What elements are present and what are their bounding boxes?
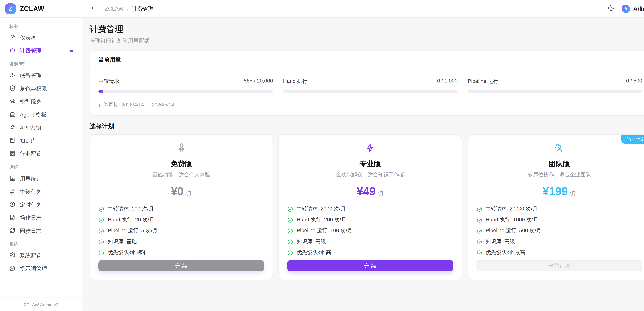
plan-card-free: 免费版 基础功能，适合个人体验 ¥0 /月 中转请求: 100 次/月 Hand…: [90, 134, 273, 280]
gauge-icon: [9, 34, 16, 42]
plan-name: 免费版: [98, 159, 264, 169]
check-circle-icon: [287, 239, 293, 245]
arrows-left-right-icon: [9, 188, 16, 196]
sidebar-item-roles[interactable]: 角色与权限: [5, 83, 77, 94]
sidebar-item-relay-tasks[interactable]: 中转任务: [5, 186, 77, 197]
check-circle-icon: [476, 228, 482, 234]
plan-description: 多席位协作，适合企业团队: [476, 171, 642, 178]
plan-price: ¥49 /月: [287, 185, 453, 198]
user-menu[interactable]: A Admin: [622, 5, 644, 13]
sidebar-item-sync-logs[interactable]: 同步日志: [5, 225, 77, 236]
breadcrumb-root[interactable]: ZCLAW: [105, 6, 124, 12]
sidebar-item-label: Agent 模板: [20, 111, 46, 119]
metric-value: 568 / 20,000: [244, 78, 273, 85]
feature-item: 知识库: 基础: [98, 238, 264, 245]
sidebar-item-prompt-management[interactable]: 提示词管理: [5, 263, 77, 274]
price-amount: ¥49: [357, 185, 376, 198]
sidebar-item-label: 模型服务: [20, 98, 42, 106]
check-circle-icon: [98, 206, 104, 212]
page-content: 计费管理 管理订阅计划和用量配额 当前用量 中转请求 568 / 20,000: [82, 18, 644, 311]
feature-item: Hand 执行: 20 次/月: [98, 216, 264, 223]
rocket-icon: [98, 142, 264, 154]
plan-features: 中转请求: 100 次/月 Hand 执行: 20 次/月 Pipeline 运…: [98, 205, 264, 260]
brand: Z ZCLAW: [0, 0, 82, 18]
check-circle-icon: [98, 228, 104, 234]
sidebar-item-operation-logs[interactable]: 操作日志: [5, 212, 77, 223]
plan-card-team: 当前计划 团队版 多席位协作，适合企业团队 ¥199 /月 中转请求: 2000…: [468, 134, 644, 280]
bot-icon: [9, 111, 16, 119]
sidebar-item-agent-templates[interactable]: Agent 模板: [5, 109, 77, 120]
sidebar-nav: 核心 仪表盘 计费管理 资源管理 账号管理 角色与权限 模型服务: [0, 18, 82, 297]
user-name: Admin: [634, 6, 644, 12]
store-icon: [9, 150, 16, 158]
sidebar-item-api-keys[interactable]: API 密钥: [5, 122, 77, 133]
dark-mode-toggle[interactable]: [606, 4, 616, 13]
sidebar-item-label: 用量统计: [20, 175, 42, 183]
clock-icon: [9, 201, 16, 209]
sidebar-item-label: 知识库: [20, 137, 36, 145]
page-subtitle: 管理订阅计划和用量配额: [90, 37, 644, 45]
sidebar-item-industry-config[interactable]: 行业配置: [5, 149, 77, 160]
feature-item: Hand 执行: 200 次/月: [287, 216, 453, 223]
team-users-icon: [476, 142, 642, 154]
sidebar-collapse-button[interactable]: [90, 4, 99, 13]
sidebar-item-label: 行业配置: [20, 150, 42, 158]
sidebar-item-scheduled-tasks[interactable]: 定时任务: [5, 199, 77, 210]
sidebar-item-models[interactable]: 模型服务: [5, 96, 77, 107]
check-circle-icon: [476, 250, 482, 256]
sidebar-item-label: 计费管理: [20, 47, 42, 55]
feature-item: 中转请求: 100 次/月: [98, 205, 264, 212]
feature-item: 知识库: 高级: [476, 238, 642, 245]
nav-section-system: 系统: [5, 241, 77, 247]
metric-value: 0 / 500: [626, 78, 642, 85]
current-plan-button[interactable]: 当前计划: [476, 260, 642, 271]
sidebar-item-label: 账号管理: [20, 72, 42, 80]
metric-label: Pipeline 运行: [468, 78, 498, 85]
sidebar-item-label: 角色与权限: [20, 85, 47, 93]
plan-price: ¥199 /月: [476, 185, 642, 198]
nav-section-ops: 运维: [5, 165, 77, 171]
lightning-icon: [287, 142, 453, 154]
sidebar: Z ZCLAW 核心 仪表盘 计费管理 资源管理 账号管理 角色与权限: [0, 0, 82, 311]
sidebar-item-usage-stats[interactable]: 用量统计: [5, 173, 77, 184]
check-circle-icon: [98, 217, 104, 223]
sidebar-item-accounts[interactable]: 账号管理: [5, 70, 77, 81]
file-text-icon: [9, 214, 16, 222]
bar-chart-icon: [9, 175, 16, 183]
moon-icon: [608, 5, 614, 13]
current-usage-card: 当前用量 中转请求 568 / 20,000: [90, 50, 644, 116]
upgrade-button-free[interactable]: 升 级: [98, 260, 264, 271]
upgrade-button-pro[interactable]: 升 级: [287, 260, 453, 271]
app-name: ZCLAW: [20, 5, 44, 13]
usage-metric-relay: 中转请求 568 / 20,000: [98, 78, 273, 93]
sidebar-item-system-config[interactable]: 系统配置: [5, 250, 77, 261]
usage-metric-hand: Hand 执行 0 / 1,000: [283, 78, 458, 93]
sidebar-item-label: 提示词管理: [20, 265, 47, 273]
plans-grid: 免费版 基础功能，适合个人体验 ¥0 /月 中转请求: 100 次/月 Hand…: [90, 134, 644, 280]
feature-item: 优先级队列: 高: [287, 249, 453, 256]
usage-metrics: 中转请求 568 / 20,000 Hand 执行 0 / 1,000: [98, 78, 642, 93]
usage-metric-pipeline: Pipeline 运行 0 / 500: [468, 78, 642, 93]
check-circle-icon: [476, 239, 482, 245]
sidebar-item-label: 操作日志: [20, 214, 42, 222]
metric-value: 0 / 1,000: [437, 78, 458, 85]
sidebar-item-billing[interactable]: 计费管理: [5, 46, 77, 57]
usage-card-title: 当前用量: [90, 51, 644, 70]
plug-icon: [9, 124, 16, 132]
sidebar-item-dashboard[interactable]: 仪表盘: [5, 32, 77, 43]
active-dot: [70, 50, 73, 52]
plan-name: 专业版: [287, 159, 453, 169]
sidebar-item-label: 定时任务: [20, 201, 42, 209]
metric-label: Hand 执行: [283, 78, 308, 85]
progress-bar: [283, 90, 458, 93]
plan-description: 全功能解锁，适合知识工作者: [287, 171, 453, 178]
check-circle-icon: [287, 206, 293, 212]
sidebar-item-label: API 密钥: [20, 124, 41, 132]
check-circle-icon: [287, 250, 293, 256]
sidebar-item-label: 仪表盘: [20, 34, 36, 42]
avatar: A: [622, 5, 630, 13]
nav-section-resources: 资源管理: [5, 62, 77, 67]
sidebar-item-label: 系统配置: [20, 252, 42, 260]
page-title: 计费管理: [90, 24, 644, 35]
sidebar-item-knowledge-base[interactable]: 知识库: [5, 135, 77, 146]
